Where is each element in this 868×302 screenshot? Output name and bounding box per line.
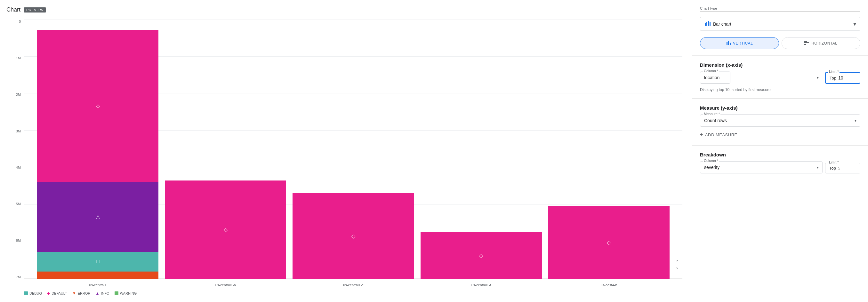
- horizontal-label: HORIZONTAL: [811, 41, 837, 46]
- bar-stack[interactable]: ◇ us-central1-f: [421, 232, 542, 279]
- breakdown-limit-group: Limit * Top 5: [825, 163, 860, 173]
- y-label-1m: 1M: [16, 56, 21, 60]
- breakdown-section: Breakdown Column * severity Limit * Top …: [700, 152, 860, 173]
- measure-label: Measure *: [703, 112, 720, 116]
- breakdown-title: Breakdown: [700, 152, 860, 158]
- bar-icon-debug: □: [96, 259, 99, 265]
- svg-rect-1: [706, 22, 707, 26]
- bar-icon-default: ◇: [96, 103, 100, 109]
- bar-label-us-central1-a: us-central1-a: [215, 283, 236, 287]
- breakdown-field-row: Column * severity Limit * Top 5: [700, 161, 860, 173]
- bar-segment-default: ◇: [292, 193, 414, 279]
- legend-label-error: ERROR: [78, 292, 91, 295]
- bar-segment-default: ◇: [548, 206, 670, 279]
- legend-label-default: DEFAULT: [52, 292, 67, 295]
- vertical-orient-button[interactable]: VERTICAL: [700, 37, 779, 49]
- chart-type-value: Bar chart: [713, 22, 853, 27]
- measure-select-wrapper[interactable]: Count rows: [700, 114, 860, 127]
- dimension-column-label: Column *: [703, 69, 719, 73]
- bar-label-us-central1: us-central1: [89, 283, 106, 287]
- dimension-limit-prefix: Top: [830, 76, 836, 80]
- svg-rect-4: [726, 42, 727, 45]
- svg-rect-7: [804, 41, 807, 42]
- breakdown-limit-prefix: Top: [829, 166, 836, 170]
- bar-label-us-east4-b: us-east4-b: [600, 283, 617, 287]
- dimension-limit-value[interactable]: [838, 75, 848, 80]
- right-panel: Chart type Bar chart ▾: [692, 0, 868, 302]
- svg-rect-3: [710, 22, 711, 26]
- dimension-column-select-wrapper[interactable]: location: [700, 72, 823, 84]
- breakdown-limit-input[interactable]: Top 5: [825, 163, 860, 173]
- bar-segment-default: ◇: [165, 181, 286, 279]
- plot-area: □ △ ◇ us-central1: [24, 20, 682, 289]
- y-label-0: 0: [19, 20, 21, 23]
- bar-segment-error: [37, 272, 158, 279]
- scroll-up-icon[interactable]: ⌃: [675, 260, 679, 264]
- bar-group-us-east4-b[interactable]: ◇ us-east4-b: [548, 20, 670, 279]
- orientation-buttons: VERTICAL HORIZONTAL: [700, 37, 860, 49]
- bar-segment-default: ◇: [421, 232, 542, 279]
- bar-stack[interactable]: ◇ us-central1-c: [292, 193, 414, 279]
- svg-rect-8: [804, 42, 809, 43]
- bars-container: □ △ ◇ us-central1: [24, 20, 682, 279]
- y-label-3m: 3M: [16, 129, 21, 133]
- bar-group-us-central1-c[interactable]: ◇ us-central1-c: [292, 20, 414, 279]
- bar-group-us-central1-f[interactable]: ◇ us-central1-f: [421, 20, 542, 279]
- breakdown-limit-label: Limit *: [828, 160, 839, 164]
- chart-type-label: Chart type: [700, 6, 860, 12]
- legend-label-info: INFO: [101, 292, 109, 295]
- bar-stack[interactable]: ◇ us-central1-a: [165, 181, 286, 279]
- preview-badge: PREVIEW: [24, 7, 46, 12]
- bar-group-us-central1-a[interactable]: ◇ us-central1-a: [165, 20, 286, 279]
- legend-item-warning: WARNING: [115, 292, 137, 295]
- y-axis: 7M 6M 5M 4M 3M 2M 1M 0: [6, 20, 24, 289]
- horizontal-orient-button[interactable]: HORIZONTAL: [782, 37, 861, 49]
- bar-icon-default: ◇: [224, 227, 227, 233]
- bar-segment-info: △: [37, 182, 158, 251]
- measure-section: Measure (y-axis) Measure * Count rows + …: [700, 105, 860, 139]
- svg-rect-2: [708, 21, 709, 26]
- legend: DEBUG ◆ DEFAULT ▼ ERROR ▲ INFO WARNING: [6, 291, 682, 296]
- bar-segment-debug: □: [37, 252, 158, 272]
- chart-inner: 7M 6M 5M 4M 3M 2M 1M 0: [6, 20, 682, 289]
- legend-item-error: ▼ ERROR: [72, 291, 91, 296]
- legend-item-default: ◆ DEFAULT: [47, 291, 67, 296]
- bar-group-us-central1[interactable]: □ △ ◇ us-central1: [37, 20, 158, 279]
- dimension-column-select[interactable]: location: [700, 72, 731, 84]
- svg-rect-0: [705, 23, 706, 26]
- bar-icon-info: △: [96, 214, 100, 220]
- bar-icon-default: ◇: [351, 233, 355, 239]
- bar-icon-default: ◇: [479, 253, 483, 259]
- add-measure-button[interactable]: + ADD MEASURE: [700, 131, 860, 139]
- bar-segment-default: ◇: [37, 30, 158, 182]
- legend-item-info: ▲ INFO: [95, 291, 109, 296]
- chart-type-select[interactable]: Bar chart ▾: [700, 17, 860, 31]
- divider-2: [692, 99, 868, 99]
- dimension-limit-input[interactable]: Top: [825, 72, 860, 84]
- dimension-section: Dimension (x-axis) Column * location Lim…: [700, 62, 860, 92]
- legend-label-debug: DEBUG: [29, 292, 42, 295]
- breakdown-column-label: Column *: [703, 159, 719, 163]
- bar-stack[interactable]: ◇ us-east4-b: [548, 206, 670, 279]
- legend-color-warning: [115, 292, 118, 295]
- chart-container: 7M 6M 5M 4M 3M 2M 1M 0: [6, 20, 682, 296]
- dimension-title: Dimension (x-axis): [700, 62, 860, 67]
- bar-label-us-central1-c: us-central1-c: [343, 283, 364, 287]
- chart-scroll-indicator[interactable]: ⌃ ⌄: [675, 260, 679, 269]
- breakdown-column-select-wrapper[interactable]: severity: [700, 161, 823, 173]
- bar-chart-icon: [704, 20, 711, 28]
- bar-stack[interactable]: □ △ ◇ us-central1: [37, 30, 158, 279]
- svg-rect-6: [730, 43, 731, 45]
- add-icon: +: [700, 132, 703, 138]
- measure-group: Measure * Count rows: [700, 114, 860, 127]
- divider-3: [692, 145, 868, 145]
- chart-type-dropdown-icon: ▾: [853, 21, 856, 28]
- divider-1: [692, 55, 868, 56]
- y-label-7m: 7M: [16, 275, 21, 279]
- measure-select[interactable]: Count rows: [700, 114, 860, 127]
- breakdown-column-select[interactable]: severity: [700, 161, 823, 173]
- scroll-down-icon[interactable]: ⌄: [675, 265, 679, 269]
- legend-item-debug: DEBUG: [24, 292, 42, 295]
- legend-icon-default: ◆: [47, 291, 50, 296]
- measure-title: Measure (y-axis): [700, 105, 860, 111]
